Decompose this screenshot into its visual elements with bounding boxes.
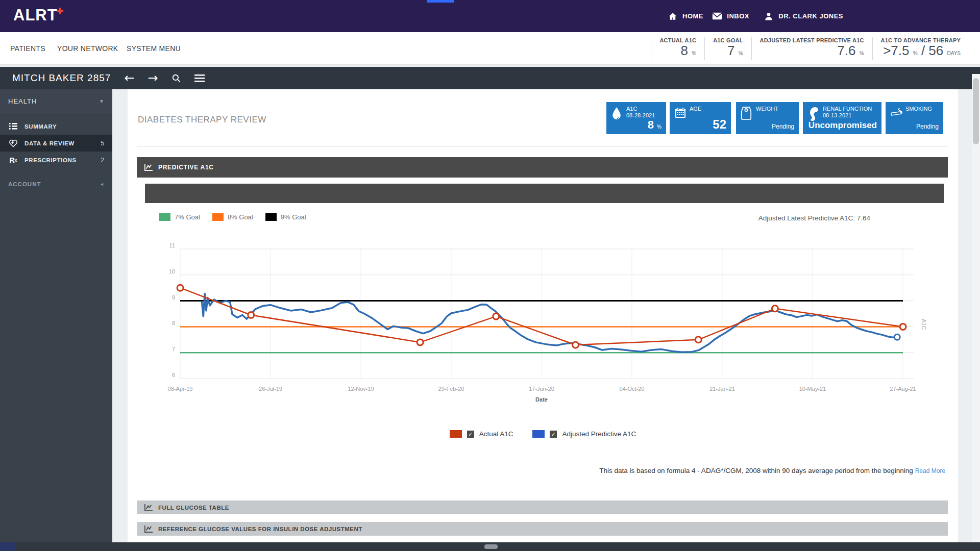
chevron-left-icon: ◄ [100,182,104,187]
main-content: DIABETES THERAPY REVIEW A1C08-28-2021 8 … [128,89,958,542]
series-swatch [450,430,462,438]
chart-line-icon [144,163,153,171]
svg-text:27-Aug-21: 27-Aug-21 [890,386,916,392]
adjusted-latest-note: Adjusted Latest Predictive A1C: 7.64 [758,214,870,222]
series-toggle-row: ✓ Actual A1C ✓ Adjusted Predictive A1C [128,430,958,438]
svg-text:11: 11 [169,242,175,248]
actual-a1c-checkbox[interactable]: ✓ [467,431,474,438]
adjusted-predictive-a1c-checkbox[interactable]: ✓ [550,431,557,438]
patient-name: MITCH BAKER 2857 [12,72,111,84]
back-arrow-icon[interactable]: ← [124,71,134,85]
user-icon [764,11,774,21]
card-renal-function: RENAL FUNCTION08-13-2021 Uncompromised [803,102,881,134]
calendar-icon [674,106,690,119]
a1c-stats-strip: ACTUAL A1C 8 % A1C GOAL 7 % ADJUSTED LAT… [651,32,969,65]
droplet-icon [611,106,626,121]
toggle-actual-a1c: ✓ Actual A1C [450,430,513,438]
legend-swatch [265,213,277,221]
card-weight: WEIGHT Pending [736,102,799,134]
search-icon[interactable] [172,73,181,83]
section-reference-glucose-values[interactable]: REFERENCE GLUCOSE VALUES FOR INSULIN DOS… [137,522,948,536]
series-swatch [532,430,545,438]
chart-range-toolbar[interactable] [145,184,944,203]
nav-your-network[interactable]: YOUR NETWORK [57,32,118,65]
card-smoking: SMOKING Pending [886,102,943,134]
section-full-glucose-table[interactable]: FULL GLUCOSE TABLE [137,500,948,514]
formula-footnote: This data is based on formula 4 - ADAG*/… [599,467,945,474]
loading-strip [427,0,454,3]
sidebar-item-summary[interactable]: SUMMARY [0,118,112,135]
svg-text:8: 8 [172,320,175,326]
svg-text:12-Nov-19: 12-Nov-19 [348,386,374,392]
inbox-menu-item[interactable]: INBOX [712,0,749,32]
rx-icon: Rx [8,156,18,164]
heart-plus-icon [8,139,18,147]
patient-context-bar: MITCH BAKER 2857 ← → [0,67,980,89]
chart-line-icon [144,525,153,533]
card-a1c: A1C08-28-2021 8 % [606,102,666,134]
read-more-link[interactable]: Read More [915,467,945,474]
inbox-icon [712,11,722,21]
svg-text:17-Jun-20: 17-Jun-20 [529,386,554,392]
forward-arrow-icon[interactable]: → [148,71,158,85]
stat-actual-a1c: ACTUAL A1C 8 % [651,37,704,60]
cigarette-icon [890,106,905,118]
nav-system-menu[interactable]: SYSTEM MENU [127,32,181,65]
home-icon [668,11,678,21]
sidebar-section-account[interactable]: ACCOUNT◄ [0,176,112,192]
page-title: DIABETES THERAPY REVIEW [138,115,266,125]
logo-plus-icon: ✚ [57,7,64,15]
user-menu-item[interactable]: DR. CLARK JONES [764,0,843,32]
stat-a1c-advance-therapy: A1C TO ADVANCE THERAPY >7.5 % / 56 DAYS [872,37,969,60]
menu-icon[interactable] [194,74,205,82]
legend-7-goal: 7% Goal [159,213,200,221]
svg-text:29-Feb-20: 29-Feb-20 [438,386,464,392]
home-menu-item[interactable]: HOME [668,0,703,32]
chevron-down-icon: ▼ [99,98,104,104]
svg-text:10-May-21: 10-May-21 [799,386,826,392]
svg-text:26-Jul-19: 26-Jul-19 [259,386,282,392]
predictive-a1c-chart: 1110987608-Apr-1926-Jul-1912-Nov-1929-Fe… [128,242,958,413]
svg-text:08-Apr-19: 08-Apr-19 [168,386,193,392]
svg-text:6: 6 [172,372,175,378]
card-age: AGE 52 [670,102,731,134]
a1c-chart-svg: 1110987608-Apr-1926-Jul-1912-Nov-1929-Fe… [128,242,958,413]
svg-text:A1C: A1C [921,319,927,330]
chart-line-icon [144,504,153,512]
legend-swatch [212,213,224,221]
legend-9-goal: 9% Goal [265,213,306,221]
svg-text:10: 10 [169,268,175,274]
scale-icon [741,106,756,120]
svg-text:21-Jan-21: 21-Jan-21 [709,386,735,392]
kidney-icon [807,106,823,121]
sidebar-item-data-review[interactable]: DATA & REVIEW 5 [0,135,112,152]
top-app-bar: ALRT✚ HOME INBOX DR. CLARK JONES [0,0,980,32]
svg-text:04-Oct-20: 04-Oct-20 [620,386,645,392]
goal-legend: 7% Goal 8% Goal 9% Goal [159,213,306,221]
app-logo[interactable]: ALRT✚ [13,6,65,24]
toggle-adjusted-predictive-a1c: ✓ Adjusted Predictive A1C [532,430,636,438]
svg-text:Date: Date [535,396,548,403]
scrollbar-thumb[interactable] [973,78,979,144]
nav-patients[interactable]: PATIENTS [10,32,45,65]
divider [137,146,948,147]
predictive-a1c-section-header[interactable]: PREDICTIVE A1C [137,157,948,178]
svg-text:9: 9 [172,294,175,300]
vertical-scrollbar[interactable] [972,74,980,551]
sidebar-section-health[interactable]: HEALTH▼ [0,89,112,113]
sidebar: HEALTH▼ SUMMARY DATA & REVIEW 5 Rx PRESC… [0,89,112,551]
legend-swatch [159,213,170,221]
list-icon [8,123,18,130]
horizontal-scroll-thumb[interactable] [484,544,498,549]
svg-text:7: 7 [172,346,175,352]
stat-adjusted-predictive-a1c: ADJUSTED LATEST PREDICTIVE A1C 7.6 % [751,37,872,60]
stat-a1c-goal: A1C GOAL 7 % [704,37,751,60]
sidebar-item-prescriptions[interactable]: Rx PRESCRIPTIONS 2 [0,152,112,168]
scrollbar-corner [0,542,15,551]
legend-8-goal: 8% Goal [212,213,253,221]
